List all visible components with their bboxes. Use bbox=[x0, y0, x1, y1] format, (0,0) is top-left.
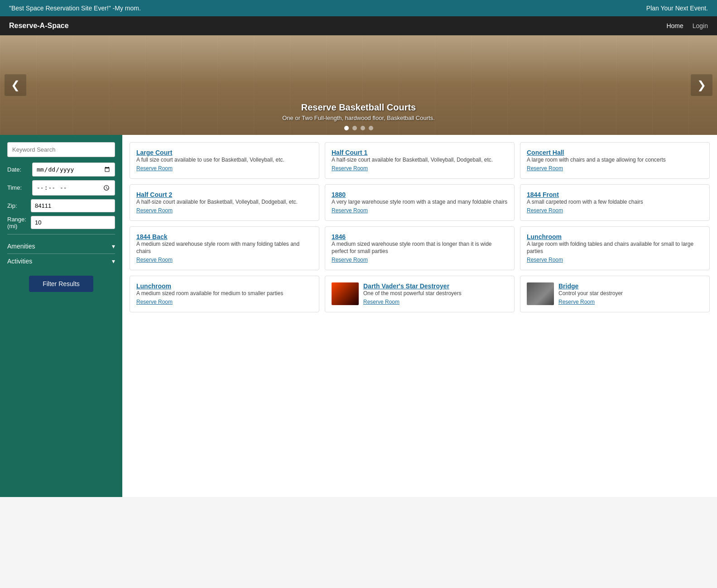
room-description: A medium sized room available for medium… bbox=[136, 290, 313, 297]
time-input[interactable] bbox=[32, 180, 115, 196]
room-card-inner: Lunchroom A medium sized room available … bbox=[136, 282, 313, 306]
banner-quote: "Best Space Reservation Site Ever!" -My … bbox=[9, 5, 141, 12]
room-name[interactable]: Bridge bbox=[558, 282, 703, 290]
filter-results-button[interactable]: Filter Results bbox=[29, 276, 93, 292]
room-card-inner: 1880 A very large warehouse style room w… bbox=[332, 191, 508, 214]
room-thumbnail bbox=[332, 282, 359, 305]
reserve-room-link[interactable]: Reserve Room bbox=[136, 207, 173, 214]
rooms-grid: Large Court A full size court available … bbox=[130, 142, 710, 312]
room-description: A very large warehouse style room with a… bbox=[332, 198, 508, 206]
content-area: Large Court A full size court available … bbox=[122, 135, 717, 497]
top-banner: "Best Space Reservation Site Ever!" -My … bbox=[0, 0, 717, 16]
room-card-content: Concert Hall A large room with chairs an… bbox=[527, 149, 703, 172]
room-description: A small carpeted room with a few foldabl… bbox=[527, 198, 703, 206]
room-card: Half Court 2 A half-size court available… bbox=[130, 184, 319, 221]
zip-label: Zip: bbox=[7, 202, 31, 209]
room-name[interactable]: Lunchroom bbox=[527, 233, 703, 240]
room-description: Control your star destroyer bbox=[558, 290, 703, 297]
room-card-content: Half Court 2 A half-size court available… bbox=[136, 191, 313, 214]
room-card-content: 1880 A very large warehouse style room w… bbox=[332, 191, 508, 214]
hero-dot-1[interactable] bbox=[344, 126, 349, 130]
room-card-inner: Darth Vader's Star Destroyer One of the … bbox=[332, 282, 508, 306]
room-name[interactable]: Half Court 1 bbox=[332, 149, 508, 156]
range-label: Range: (mi) bbox=[7, 216, 31, 229]
hero-title: Reserve Basketball Courts bbox=[282, 102, 435, 113]
sidebar-divider-1 bbox=[7, 234, 115, 234]
reserve-room-link[interactable]: Reserve Room bbox=[136, 165, 173, 172]
room-card: 1846 A medium sized warehouse style room… bbox=[325, 226, 515, 271]
room-name[interactable]: Half Court 2 bbox=[136, 191, 313, 198]
amenities-label: Amenities bbox=[7, 243, 35, 250]
nav-home[interactable]: Home bbox=[666, 22, 683, 29]
nav-brand: Reserve-A-Space bbox=[9, 22, 69, 30]
room-card: Large Court A full size court available … bbox=[130, 142, 319, 179]
room-card: 1844 Back A medium sized warehouse style… bbox=[130, 226, 319, 271]
date-input[interactable] bbox=[32, 163, 115, 177]
date-field: Date: bbox=[7, 163, 115, 177]
room-description: A full size court available to use for B… bbox=[136, 156, 313, 164]
nav-login[interactable]: Login bbox=[693, 22, 708, 29]
reserve-room-link[interactable]: Reserve Room bbox=[136, 257, 173, 263]
room-card: 1844 Front A small carpeted room with a … bbox=[520, 184, 710, 221]
room-thumbnail bbox=[527, 282, 554, 305]
activities-chevron-icon: ▾ bbox=[112, 258, 115, 265]
room-name[interactable]: Darth Vader's Star Destroyer bbox=[363, 282, 508, 290]
time-label: Time: bbox=[7, 184, 32, 191]
room-card-content: Darth Vader's Star Destroyer One of the … bbox=[363, 282, 508, 306]
room-name[interactable]: 1846 bbox=[332, 233, 508, 240]
reserve-room-link[interactable]: Reserve Room bbox=[558, 299, 595, 305]
room-description: A large room with chairs and a stage all… bbox=[527, 156, 703, 164]
room-name[interactable]: 1844 Back bbox=[136, 233, 313, 240]
amenities-collapsible[interactable]: Amenities ▾ bbox=[7, 239, 115, 254]
room-card-content: 1846 A medium sized warehouse style room… bbox=[332, 233, 508, 264]
banner-cta: Plan Your Next Event. bbox=[646, 5, 708, 12]
zip-field: Zip: bbox=[7, 199, 115, 212]
room-card-content: Lunchroom A medium sized room available … bbox=[136, 282, 313, 306]
reserve-room-link[interactable]: Reserve Room bbox=[332, 165, 368, 172]
room-name[interactable]: Large Court bbox=[136, 149, 313, 156]
room-card-inner: Bridge Control your star destroyer Reser… bbox=[527, 282, 703, 306]
hero-dot-2[interactable] bbox=[352, 126, 357, 130]
reserve-room-link[interactable]: Reserve Room bbox=[136, 299, 173, 305]
room-name[interactable]: Concert Hall bbox=[527, 149, 703, 156]
range-input[interactable] bbox=[31, 216, 115, 229]
room-card-content: Lunchroom A large room with folding tabl… bbox=[527, 233, 703, 264]
reserve-room-link[interactable]: Reserve Room bbox=[527, 165, 563, 172]
room-description: A half-size court available for Basketba… bbox=[332, 156, 508, 164]
room-card-content: 1844 Front A small carpeted room with a … bbox=[527, 191, 703, 214]
main-container: Date: Time: Zip: Range: (mi) Amenities ▾… bbox=[0, 135, 717, 497]
room-name[interactable]: Lunchroom bbox=[136, 282, 313, 290]
room-description: A half-size court available for Basketba… bbox=[136, 198, 313, 206]
room-card: Lunchroom A medium sized room available … bbox=[130, 276, 319, 312]
room-card-content: Bridge Control your star destroyer Reser… bbox=[558, 282, 703, 306]
room-card-inner: Half Court 2 A half-size court available… bbox=[136, 191, 313, 214]
room-card-inner: 1844 Front A small carpeted room with a … bbox=[527, 191, 703, 214]
reserve-room-link[interactable]: Reserve Room bbox=[527, 257, 563, 263]
hero-prev-arrow[interactable]: ❮ bbox=[5, 74, 26, 96]
reserve-room-link[interactable]: Reserve Room bbox=[332, 207, 368, 214]
hero-dot-4[interactable] bbox=[369, 126, 373, 130]
hero-next-arrow[interactable]: ❯ bbox=[691, 74, 712, 96]
room-card-inner: Concert Hall A large room with chairs an… bbox=[527, 149, 703, 172]
room-card-inner: 1846 A medium sized warehouse style room… bbox=[332, 233, 508, 264]
room-card-inner: 1844 Back A medium sized warehouse style… bbox=[136, 233, 313, 264]
room-card: Darth Vader's Star Destroyer One of the … bbox=[325, 276, 515, 312]
room-name[interactable]: 1844 Front bbox=[527, 191, 703, 198]
hero-dot-3[interactable] bbox=[361, 126, 365, 130]
activities-label: Activities bbox=[7, 258, 32, 265]
room-card-inner: Lunchroom A large room with folding tabl… bbox=[527, 233, 703, 264]
sidebar: Date: Time: Zip: Range: (mi) Amenities ▾… bbox=[0, 135, 122, 497]
hero-banner: ❮ ❯ Reserve Basketball Courts One or Two… bbox=[0, 35, 717, 135]
reserve-room-link[interactable]: Reserve Room bbox=[527, 207, 563, 214]
room-description: One of the most powerful star destroyers bbox=[363, 290, 508, 297]
amenities-chevron-icon: ▾ bbox=[112, 243, 115, 250]
range-field: Range: (mi) bbox=[7, 216, 115, 229]
room-name[interactable]: 1880 bbox=[332, 191, 508, 198]
reserve-room-link[interactable]: Reserve Room bbox=[363, 299, 399, 305]
activities-collapsible[interactable]: Activities ▾ bbox=[7, 254, 115, 268]
keyword-search-input[interactable] bbox=[7, 142, 115, 157]
hero-subtitle: One or Two Full-length, hardwood floor, … bbox=[282, 115, 435, 121]
zip-input[interactable] bbox=[31, 199, 115, 212]
reserve-room-link[interactable]: Reserve Room bbox=[332, 257, 368, 263]
room-card-content: Half Court 1 A half-size court available… bbox=[332, 149, 508, 172]
